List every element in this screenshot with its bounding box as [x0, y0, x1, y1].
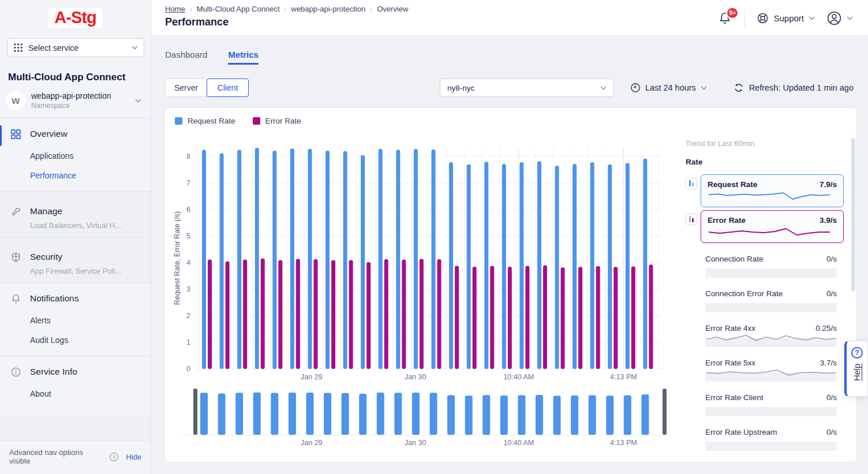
trend-metric-error-rate-upstream[interactable]: Error Rate Upstream0/s — [705, 428, 837, 451]
grid-icon — [9, 128, 22, 140]
trend-metric-error-rate-4xx[interactable]: Error Rate 4xx0.25/s — [705, 324, 837, 347]
breadcrumb-item: Overview — [377, 5, 408, 13]
support-label: Support — [773, 13, 804, 23]
sidebar-item-overview[interactable]: Overview — [0, 121, 151, 146]
legend-error-rate[interactable]: Error Rate — [253, 117, 301, 125]
time-range-dropdown[interactable]: Last 24 hours — [630, 79, 707, 97]
support-menu[interactable]: Support — [757, 12, 815, 24]
site-select-dropdown[interactable]: ny8-nyc — [440, 79, 614, 97]
breadcrumb-item[interactable]: Multi-Cloud App Connect — [197, 5, 280, 13]
trend-metric-list: Request Rate7.9/sError Rate3.9/sConnecti… — [686, 174, 844, 451]
page-title: Performance — [165, 16, 408, 28]
metric-label: Error Rate Client — [705, 393, 764, 402]
advanced-nav-note: Advanced nav options visible — [9, 448, 106, 465]
breadcrumb: Home›Multi-Cloud App Connect›webapp-api-… — [165, 5, 408, 13]
svg-text:Request Rate, Error Rate (/s): Request Rate, Error Rate (/s) — [173, 211, 181, 305]
divider — [744, 10, 745, 27]
bar-chart-toggle-icon[interactable] — [686, 178, 697, 189]
bell-icon — [9, 292, 22, 305]
sidebar-item-description: App Firewall, Service Poli... — [0, 267, 151, 275]
lifebuoy-icon — [757, 12, 769, 24]
trend-panel: Trend for Last 60min Rate Request Rate7.… — [686, 108, 844, 463]
request-rate-swatch — [175, 117, 182, 125]
error-rate-swatch — [253, 117, 260, 125]
trend-metric-error-rate-5xx[interactable]: Error Rate 5xx3.7/s — [705, 359, 837, 382]
content-area: Dashboard Metrics Server Client ny8-nyc … — [151, 36, 868, 474]
wrench-icon — [9, 205, 22, 218]
legend-request-rate[interactable]: Request Rate — [175, 117, 235, 125]
trend-metric-request-rate: Request Rate7.9/s — [686, 174, 844, 207]
sidebar-item-manage[interactable]: Manage — [0, 198, 151, 223]
sidebar-item-notifications[interactable]: Notifications — [0, 285, 151, 311]
trend-panel-scrollbar[interactable] — [851, 138, 855, 292]
select-service-dropdown[interactable]: Select service — [7, 38, 144, 57]
metric-sparkline-strip — [705, 338, 837, 347]
bar-chart-toggle-icon[interactable] — [686, 214, 697, 225]
help-label: Help — [852, 364, 862, 381]
sidebar-item-alerts[interactable]: Alerts — [0, 311, 151, 330]
namespace-selector[interactable]: W webapp-api-protection Namespace — [6, 91, 146, 110]
brand-logo-area: A-Stg — [0, 0, 151, 35]
metric-sparkline-strip — [705, 372, 837, 382]
breadcrumb-item[interactable]: Home — [165, 5, 185, 13]
breadcrumb-item[interactable]: webapp-api-protection — [291, 5, 366, 13]
metric-value: 0/s — [826, 289, 837, 298]
notifications-bell-button[interactable]: 9+ — [718, 11, 733, 26]
sparkline — [705, 333, 837, 342]
client-toggle-button[interactable]: Client — [207, 79, 249, 97]
chevron-down-icon — [847, 16, 853, 20]
sidebar-item-security[interactable]: Security — [0, 244, 151, 269]
chevron-down-icon — [132, 46, 138, 50]
app-root: A-Stg Select service Multi-Cloud App Con… — [0, 0, 868, 474]
svg-text:3: 3 — [186, 285, 190, 293]
time-range-value: Last 24 hours — [645, 83, 696, 92]
brush-handle-right[interactable] — [663, 389, 667, 435]
select-service-label: Select service — [28, 43, 78, 53]
hide-advanced-nav-link[interactable]: Hide — [126, 453, 141, 461]
sidebar-item-about[interactable]: About — [0, 384, 151, 404]
breadcrumb-separator: › — [370, 5, 372, 13]
chart-navigator-brush[interactable]: Jan 29Jan 3010:40 AM4:13 PM — [171, 379, 668, 449]
trend-metric-connection-rate[interactable]: Connection Rate0/s — [705, 255, 837, 278]
svg-text:8: 8 — [186, 152, 190, 161]
sidebar-item-audit-logs[interactable]: Audit Logs — [0, 330, 151, 350]
namespace-name: webapp-api-protection — [31, 91, 111, 100]
breadcrumb-separator: › — [190, 5, 192, 13]
help-tab[interactable]: ? Help — [844, 341, 868, 397]
breadcrumb-separator: › — [285, 5, 287, 13]
trend-panel-title: Trend for Last 60min — [686, 139, 844, 148]
metric-label: Error Rate 4xx — [705, 324, 755, 333]
nav-section-manage: Manage Load Balancers, Virtual H... — [0, 192, 151, 237]
tab-metrics[interactable]: Metrics — [228, 50, 259, 65]
sidebar-item-service-info[interactable]: Service Info — [0, 359, 151, 384]
chart-controls: Server Client ny8-nyc Last 24 hours — [165, 79, 857, 97]
chart-legend: Request Rate Error Rate — [175, 117, 301, 125]
svg-text:4:13 PM: 4:13 PM — [610, 439, 637, 447]
trend-metric-connection-error-rate[interactable]: Connection Error Rate0/s — [705, 289, 837, 312]
sidebar-item-performance[interactable]: Performance — [0, 166, 151, 185]
legend-label: Request Rate — [188, 117, 235, 125]
notification-count-badge: 9+ — [726, 7, 739, 19]
brush-handle-left[interactable] — [193, 389, 197, 435]
svg-text:10:40 AM: 10:40 AM — [503, 439, 534, 447]
user-account-menu[interactable] — [826, 10, 853, 26]
chevron-down-icon — [135, 99, 141, 103]
nav-section-notifications: Notifications Alerts Audit Logs — [0, 283, 151, 356]
topbar: Home›Multi-Cloud App Connect›webapp-api-… — [151, 0, 868, 36]
metrics-card: Request Rate Error Rate 012345678Jan 29J… — [164, 107, 857, 462]
sidebar: A-Stg Select service Multi-Cloud App Con… — [0, 0, 151, 474]
brand-logo[interactable]: A-Stg — [48, 8, 102, 28]
question-mark-icon: ? — [851, 347, 863, 359]
trend-metric-error-rate-client[interactable]: Error Rate Client0/s — [705, 393, 837, 416]
nav-section-service-info: Service Info About — [0, 356, 151, 409]
metric-label: Error Rate — [708, 216, 746, 225]
refresh-button[interactable]: Refresh: Updated 1 min ago — [734, 79, 854, 97]
tab-dashboard[interactable]: Dashboard — [165, 50, 207, 65]
sidebar-item-applications[interactable]: Applications — [0, 146, 151, 166]
trend-metric-card[interactable]: Error Rate3.9/s — [701, 210, 844, 243]
performance-bar-chart[interactable]: 012345678Jan 29Jan 3010:40 AM4:13 PMRequ… — [171, 131, 668, 383]
metric-value: 0.25/s — [815, 324, 837, 333]
trend-metric-card[interactable]: Request Rate7.9/s — [701, 174, 844, 207]
chevron-down-icon — [809, 16, 815, 20]
server-toggle-button[interactable]: Server — [165, 79, 207, 97]
